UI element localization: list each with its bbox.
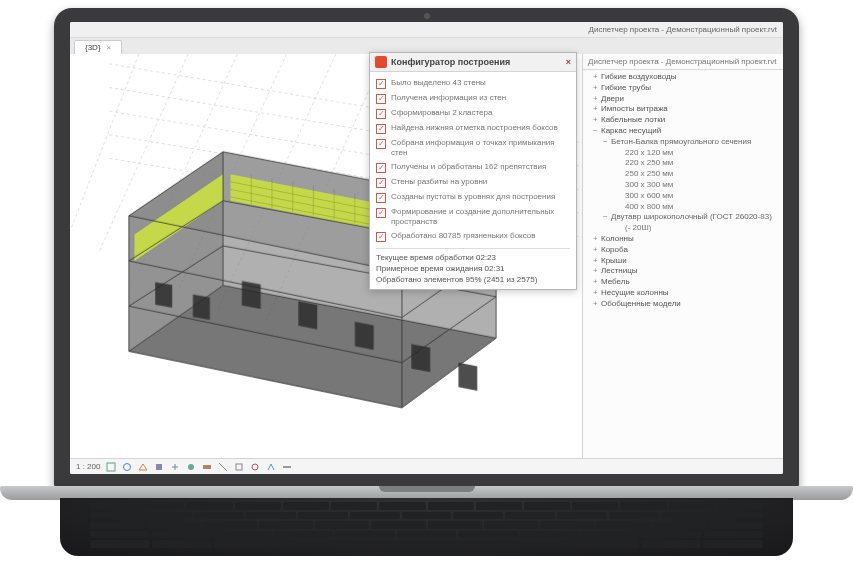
- tree-item[interactable]: 250 x 250 мм: [583, 169, 783, 180]
- svg-point-44: [124, 463, 131, 470]
- step-text: Получена информация из стен: [391, 93, 506, 103]
- tree-item[interactable]: −Двутавр широкополочный (ГОСТ 26020-83): [583, 212, 783, 223]
- status-bar: 1 : 200: [70, 458, 783, 474]
- svg-rect-38: [458, 363, 477, 391]
- tree-label: Обобщенные модели: [601, 299, 681, 308]
- toolbar-icon[interactable]: [170, 462, 180, 472]
- toolbar-icon[interactable]: [218, 462, 228, 472]
- configurator-step: ✓Найдена нижняя отметка построения боксо…: [376, 121, 570, 136]
- status-line-2: Примерное время ожидания 02:31: [376, 263, 570, 274]
- tree-label: Гибкие трубы: [601, 83, 651, 92]
- toolbar-icon[interactable]: [106, 462, 116, 472]
- tree-item[interactable]: +Крыши: [583, 256, 783, 267]
- configurator-step: ✓Получена информация из стен: [376, 91, 570, 106]
- tree-item[interactable]: (- 20Ш): [583, 223, 783, 234]
- tree-item[interactable]: 220 x 120 мм: [583, 148, 783, 159]
- tree-label: Гибкие воздуховоды: [601, 72, 676, 81]
- tree-label: Кабельные лотки: [601, 115, 665, 124]
- checkmark-icon: ✓: [376, 139, 386, 149]
- expand-icon[interactable]: +: [593, 115, 601, 126]
- tree-item[interactable]: −Бетон-Балка прямоугольного сечения: [583, 137, 783, 148]
- step-text: Стены разбиты на уровни: [391, 177, 487, 187]
- expand-icon[interactable]: +: [593, 299, 601, 310]
- checkmark-icon: ✓: [376, 94, 386, 104]
- tree-item[interactable]: +Гибкие воздуховоды: [583, 72, 783, 83]
- expand-icon[interactable]: −: [593, 126, 601, 137]
- toolbar-icon[interactable]: [282, 462, 292, 472]
- checkmark-icon: ✓: [376, 208, 386, 218]
- tree-item[interactable]: +Короба: [583, 245, 783, 256]
- svg-rect-37: [411, 344, 430, 372]
- tree-item[interactable]: +Обобщенные модели: [583, 299, 783, 310]
- tree-label: Каркас несущий: [601, 126, 661, 135]
- expand-icon[interactable]: +: [593, 256, 601, 267]
- step-text: Формирование и создание дополнительных п…: [391, 207, 570, 227]
- panel-title: Диспетчер проекта - Демонстрационный про…: [583, 54, 783, 70]
- expand-icon[interactable]: −: [603, 212, 611, 223]
- configurator-panel[interactable]: Конфигуратор построения × ✓Было выделено…: [369, 52, 577, 290]
- step-text: Получены и обработаны 162 препятствия: [391, 162, 546, 172]
- toolbar-icon[interactable]: [266, 462, 276, 472]
- expand-icon[interactable]: −: [603, 137, 611, 148]
- checkmark-icon: ✓: [376, 79, 386, 89]
- toolbar-icon[interactable]: [202, 462, 212, 472]
- tree-item[interactable]: 220 x 250 мм: [583, 158, 783, 169]
- tree-item[interactable]: +Лестницы: [583, 266, 783, 277]
- expand-icon[interactable]: +: [593, 234, 601, 245]
- tree-item[interactable]: +Двери: [583, 94, 783, 105]
- tree-item[interactable]: +Кабельные лотки: [583, 115, 783, 126]
- toolbar-icon[interactable]: [234, 462, 244, 472]
- expand-icon[interactable]: +: [593, 245, 601, 256]
- tree-label: Колонны: [601, 234, 634, 243]
- toolbar-icon[interactable]: [122, 462, 132, 472]
- expand-icon[interactable]: +: [593, 288, 601, 299]
- svg-rect-50: [283, 466, 291, 468]
- tree-label: Импосты витража: [601, 104, 668, 113]
- project-tree[interactable]: +Гибкие воздуховоды+Гибкие трубы+Двери+И…: [583, 70, 783, 458]
- titlebar-text: Диспетчер проекта - Демонстрационный про…: [589, 25, 778, 34]
- configurator-step: ✓Собрана информация о точках примыкания …: [376, 136, 570, 160]
- close-icon[interactable]: ×: [107, 43, 112, 52]
- checkmark-icon: ✓: [376, 124, 386, 134]
- close-icon[interactable]: ×: [566, 57, 571, 67]
- tree-item[interactable]: 400 x 800 мм: [583, 202, 783, 213]
- toolbar-icon[interactable]: [250, 462, 260, 472]
- tree-item[interactable]: +Гибкие трубы: [583, 83, 783, 94]
- configurator-header[interactable]: Конфигуратор построения ×: [370, 53, 576, 72]
- tree-label: Короба: [601, 245, 628, 254]
- panel-title-text: Диспетчер проекта - Демонстрационный про…: [588, 57, 777, 66]
- tree-label: 250 x 250 мм: [625, 169, 673, 178]
- tree-item[interactable]: 300 x 300 мм: [583, 180, 783, 191]
- expand-icon[interactable]: +: [593, 277, 601, 288]
- laptop-lid: Диспетчер проекта - Демонстрационный про…: [54, 8, 799, 490]
- expand-icon[interactable]: +: [593, 266, 601, 277]
- tree-item[interactable]: 300 x 600 мм: [583, 191, 783, 202]
- laptop-keyboard: [60, 498, 793, 556]
- toolbar-icon[interactable]: [138, 462, 148, 472]
- project-browser-panel: Диспетчер проекта - Демонстрационный про…: [583, 54, 783, 458]
- status-line-3: Обработано элементов 95% (2451 из 2575): [376, 274, 570, 285]
- svg-point-49: [252, 464, 258, 470]
- tree-label: 300 x 300 мм: [625, 180, 673, 189]
- tree-item[interactable]: +Колонны: [583, 234, 783, 245]
- tree-item[interactable]: +Импосты витража: [583, 104, 783, 115]
- configurator-body: ✓Было выделено 43 стены✓Получена информа…: [370, 72, 576, 289]
- tab-3d[interactable]: {3D} ×: [74, 40, 122, 54]
- svg-rect-33: [193, 294, 210, 320]
- tree-item[interactable]: +Несущие колонны: [583, 288, 783, 299]
- step-text: Найдена нижняя отметка построения боксов: [391, 123, 558, 133]
- expand-icon[interactable]: +: [593, 94, 601, 105]
- tree-item[interactable]: +Мебель: [583, 277, 783, 288]
- expand-icon[interactable]: +: [593, 72, 601, 83]
- tree-label: (- 20Ш): [625, 223, 651, 232]
- expand-icon[interactable]: +: [593, 83, 601, 94]
- configurator-step: ✓Сформированы 2 кластера: [376, 106, 570, 121]
- toolbar-icon[interactable]: [186, 462, 196, 472]
- expand-icon[interactable]: +: [593, 104, 601, 115]
- scale-label[interactable]: 1 : 200: [76, 462, 100, 471]
- configurator-step: ✓Обработано 80785 грязненьких боксов: [376, 229, 570, 244]
- tree-item[interactable]: −Каркас несущий: [583, 126, 783, 137]
- checkmark-icon: ✓: [376, 163, 386, 173]
- toolbar-icon[interactable]: [154, 462, 164, 472]
- separator: [376, 248, 570, 249]
